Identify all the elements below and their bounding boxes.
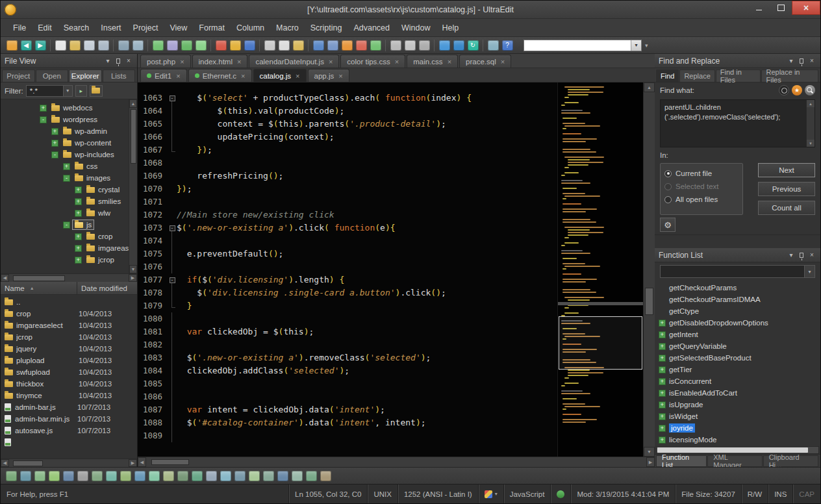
gear-icon[interactable]: ⚙ <box>660 218 676 232</box>
function-item-getdisableddropdownoptions[interactable]: +getDisabledDropdownOptions <box>659 317 820 329</box>
apply-filter-button[interactable]: ▸ <box>75 85 87 97</box>
function-filter-input[interactable]: ▾ <box>660 265 815 278</box>
scroll-down-icon[interactable]: ▼ <box>644 447 655 457</box>
folder-tree[interactable]: +webdocs-wordpress+wp-admin+wp-content-w… <box>1 99 129 273</box>
minimap[interactable] <box>557 82 643 457</box>
collapse-icon[interactable]: - <box>51 151 58 158</box>
document-tab-index-html[interactable]: index.html× <box>192 55 248 68</box>
tree-item-wp-includes[interactable]: -wp-includes <box>1 149 129 160</box>
expand-icon[interactable]: + <box>659 413 666 420</box>
expand-icon[interactable]: + <box>51 140 58 147</box>
file-list-row[interactable]: swfupload10/4/2013 <box>1 366 137 378</box>
panel-close-icon[interactable]: × <box>807 57 816 66</box>
scrollbar-thumb[interactable] <box>13 275 65 281</box>
bottom-toolbar-icon[interactable] <box>220 471 231 481</box>
fold-collapse-icon[interactable]: - <box>170 95 175 101</box>
close-tab-icon[interactable]: × <box>395 58 399 66</box>
status-language[interactable]: JavaScript <box>503 485 551 503</box>
scroll-left-icon[interactable]: ◀ <box>1 274 9 282</box>
close-tab-icon[interactable]: × <box>448 58 451 66</box>
function-list[interactable]: getCheckoutParamsgetCheckoutParamsIDMAAg… <box>655 281 820 446</box>
expand-icon[interactable]: + <box>659 343 666 350</box>
scroll-down-icon[interactable]: ▼ <box>807 140 815 147</box>
toolbar-overflow-icon[interactable]: ▾ <box>645 42 648 49</box>
file-list-row[interactable]: plupload10/4/2013 <box>1 355 137 366</box>
minimize-button[interactable] <box>748 1 770 15</box>
scrollbar-thumb[interactable] <box>131 109 136 164</box>
document-tab-calendardateinput-js[interactable]: calendarDateInput.js× <box>249 55 339 68</box>
new-file-icon[interactable] <box>6 40 18 51</box>
table-mode-icon[interactable] <box>153 40 164 51</box>
function-item-isupgrade[interactable]: +isUpgrade <box>659 399 820 410</box>
next-button[interactable]: Next <box>758 163 815 177</box>
tree-item-js[interactable]: -js <box>1 219 129 231</box>
scope-option-selected-text[interactable]: Selected text <box>664 180 739 193</box>
expand-icon[interactable]: + <box>659 425 666 432</box>
collapse-icon[interactable]: - <box>63 221 70 229</box>
collapse-icon[interactable]: - <box>63 175 70 182</box>
find-tab-find-in-files[interactable]: Find in Files <box>716 69 761 82</box>
find-tab-replace-in-files[interactable]: Replace in Files <box>761 69 818 82</box>
cut-icon[interactable] <box>264 40 275 51</box>
expand-icon[interactable]: + <box>659 366 666 373</box>
bottom-toolbar-icon[interactable] <box>192 471 203 481</box>
bottom-toolbar-icon[interactable] <box>134 471 145 481</box>
expand-icon[interactable]: + <box>659 401 666 409</box>
save-icon[interactable] <box>84 40 95 51</box>
file-list[interactable]: ..crop10/4/2013imgareaselect10/4/2013jcr… <box>1 295 137 459</box>
expand-icon[interactable]: + <box>75 233 82 240</box>
file-list-row[interactable]: jquery10/4/2013 <box>1 343 137 355</box>
scroll-left-icon[interactable]: ◀ <box>138 457 146 467</box>
menu-item-macro[interactable]: Macro <box>270 21 305 35</box>
file-list-row[interactable]: tinymce10/4/2013 <box>1 390 137 401</box>
favorites-star-icon[interactable]: ★ <box>792 85 802 95</box>
close-tab-icon[interactable]: × <box>176 72 180 80</box>
find-input-value[interactable]: parentUL.children ('.selected').removeCl… <box>661 100 806 147</box>
file-list-horizontal-scrollbar[interactable]: ◀ ▶ <box>1 459 137 467</box>
function-item-joyride[interactable]: +joyride <box>659 422 820 434</box>
file-view-tab-open[interactable]: Open <box>36 69 69 82</box>
pin-icon[interactable] <box>797 251 806 260</box>
bottom-toolbar-icon[interactable] <box>20 471 31 481</box>
scrollbar-thumb[interactable] <box>151 459 189 465</box>
document-tab-main-css[interactable]: main.css× <box>407 55 458 68</box>
tree-item-images[interactable]: -images <box>1 172 129 184</box>
document-tab-ethernet-c[interactable]: Ethernet.c× <box>188 69 252 82</box>
tree-item-wlw[interactable]: +wlw <box>1 207 129 219</box>
find-icon[interactable] <box>313 40 324 51</box>
bottom-toolbar-icon[interactable] <box>206 471 217 481</box>
tile-windows-icon[interactable] <box>390 40 401 51</box>
file-view-tab-explorer[interactable]: Explorer <box>69 69 102 82</box>
hex-mode-icon[interactable] <box>181 40 192 51</box>
tree-item-css[interactable]: +css <box>1 160 129 172</box>
scroll-right-icon[interactable]: ▶ <box>646 457 655 467</box>
scope-option-all-open-files[interactable]: All open files <box>664 193 739 206</box>
expand-icon[interactable]: + <box>63 163 70 170</box>
maximize-button[interactable] <box>770 1 792 15</box>
open-file-icon[interactable] <box>69 40 81 51</box>
scrollbar-thumb[interactable] <box>13 460 43 466</box>
help-icon[interactable]: ? <box>502 40 513 51</box>
function-item-getcheckoutparamsidmaa[interactable]: getCheckoutParamsIDMAA <box>659 294 820 305</box>
document-tab-color-tips-css[interactable]: color tips.css× <box>340 55 405 68</box>
bottom-toolbar-icon[interactable] <box>6 471 17 481</box>
close-tab-icon[interactable]: × <box>501 58 505 66</box>
function-item-getcheckoutparams[interactable]: getCheckoutParams <box>659 282 820 294</box>
close-tab-icon[interactable]: × <box>180 58 184 66</box>
forward-icon[interactable]: ▶ <box>35 40 46 51</box>
menu-item-edit[interactable]: Edit <box>32 21 58 35</box>
previous-button[interactable]: Previous <box>758 182 815 196</box>
file-view-tab-lists[interactable]: Lists <box>103 69 136 82</box>
file-list-row[interactable]: jcrop10/4/2013 <box>1 331 137 343</box>
expand-icon[interactable]: + <box>659 378 666 385</box>
editor-horizontal-scrollbar[interactable]: ◀ ▶ <box>138 457 655 467</box>
collapse-icon[interactable]: - <box>40 116 47 123</box>
bottom-toolbar-icon[interactable] <box>34 471 45 481</box>
column-header-date-modified[interactable]: Date modified <box>77 284 137 292</box>
menu-item-insert[interactable]: Insert <box>95 21 127 35</box>
close-tab-icon[interactable]: × <box>329 58 333 66</box>
macro-record-icon[interactable] <box>356 40 367 51</box>
bookmark-red-icon[interactable] <box>216 40 227 51</box>
file-list-row[interactable]: autosave.js10/7/2013 <box>1 425 137 436</box>
file-list-row[interactable]: thickbox10/4/2013 <box>1 378 137 390</box>
